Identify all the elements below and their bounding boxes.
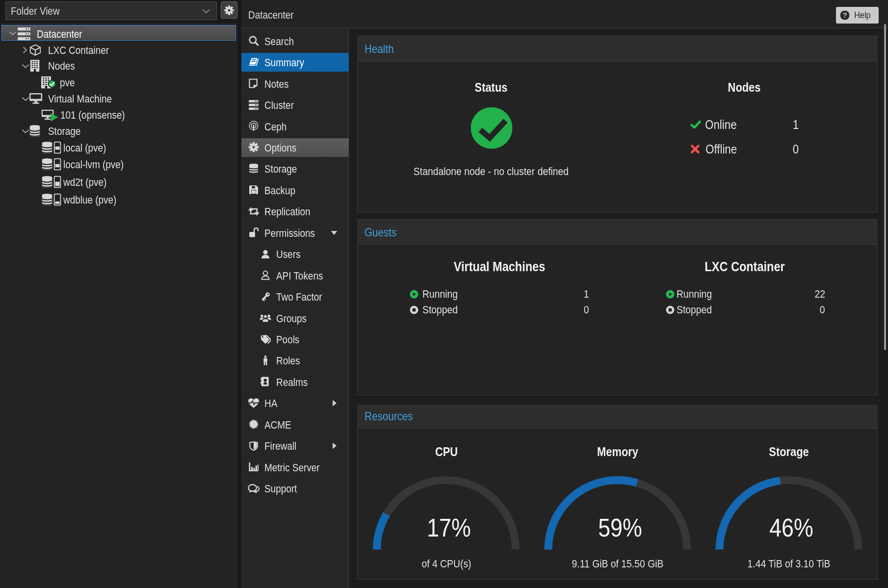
svg-text:?: ? — [842, 11, 847, 19]
